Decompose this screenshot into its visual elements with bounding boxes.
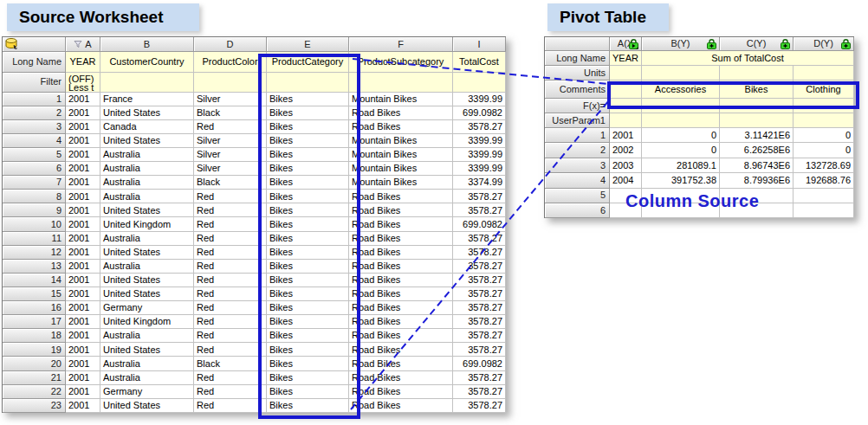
source-cell[interactable]: Australia [100, 371, 194, 385]
source-longname-cell[interactable]: TotalCost [453, 52, 506, 73]
source-cell[interactable]: Bikes [267, 203, 349, 217]
source-cell[interactable]: Bikes [267, 246, 349, 260]
source-cell[interactable]: 2001 [66, 93, 100, 106]
source-row-header-21[interactable]: 21 [3, 371, 66, 385]
pivot-cell[interactable]: 0 [794, 128, 854, 143]
source-row-header-11[interactable]: 11 [3, 232, 66, 246]
source-cell[interactable]: Red [194, 260, 267, 274]
source-cell[interactable]: 3578.27 [453, 315, 506, 329]
source-cell[interactable]: Red [194, 203, 267, 217]
source-cell[interactable]: 2001 [66, 162, 100, 176]
source-cell[interactable]: Australia [100, 260, 194, 274]
source-cell[interactable]: Bikes [267, 343, 349, 357]
source-cell[interactable]: United States [100, 134, 194, 148]
source-row-header-7[interactable]: 7 [3, 176, 66, 190]
source-filter-cell[interactable] [194, 73, 267, 93]
pivot-cell[interactable]: 2002 [610, 143, 642, 158]
source-cell[interactable]: Australia [100, 232, 194, 246]
source-cell[interactable]: Road Bikes [349, 357, 453, 370]
source-cell[interactable]: 2001 [66, 176, 100, 190]
source-cell[interactable]: Red [194, 232, 267, 246]
source-cell[interactable]: Road Bikes [349, 217, 453, 231]
source-cell[interactable]: 3578.27 [453, 203, 506, 217]
source-cell[interactable]: Bikes [267, 232, 349, 246]
source-cell[interactable]: Bikes [267, 315, 349, 329]
source-cell[interactable]: Silver [194, 93, 267, 106]
source-cell[interactable]: Mountain Bikes [349, 148, 453, 162]
pivot-fx-cell[interactable] [642, 99, 720, 113]
source-cell[interactable]: Red [194, 371, 267, 385]
source-cell[interactable]: United Kingdom [100, 315, 194, 329]
source-longname-cell[interactable]: CustomerCountry [100, 52, 194, 73]
source-cell[interactable]: Bikes [267, 148, 349, 162]
source-cell[interactable]: Red [194, 343, 267, 357]
source-cell[interactable]: Bikes [267, 301, 349, 315]
source-cell[interactable]: Red [194, 301, 267, 315]
source-cell[interactable]: Bikes [267, 399, 349, 413]
source-cell[interactable]: Red [194, 274, 267, 287]
source-cell[interactable]: 2001 [66, 148, 100, 162]
pivot-cell[interactable]: 2003 [610, 158, 642, 173]
source-row-header-3[interactable]: 3 [3, 120, 66, 134]
source-cell[interactable]: Bikes [267, 371, 349, 385]
source-cell[interactable]: Silver [194, 134, 267, 148]
pivot-comments-cell[interactable]: Accessories [642, 80, 720, 99]
source-cell[interactable]: 2001 [66, 106, 100, 120]
pivot-cell[interactable]: 132728.69 [794, 158, 854, 173]
source-cell[interactable]: Road Bikes [349, 301, 453, 315]
pivot-fx-cell[interactable] [720, 99, 794, 113]
pivot-row-header-6[interactable]: 6 [545, 203, 610, 218]
source-row-header-10[interactable]: 10 [3, 217, 66, 231]
source-cell[interactable]: 3374.99 [453, 176, 506, 190]
source-cell[interactable]: Mountain Bikes [349, 93, 453, 106]
source-cell[interactable]: Bikes [267, 329, 349, 343]
source-cell[interactable]: Bikes [267, 260, 349, 274]
source-cell[interactable]: Silver [194, 148, 267, 162]
source-cell[interactable]: 3578.27 [453, 246, 506, 260]
source-cell[interactable]: 3578.27 [453, 399, 506, 413]
source-cell[interactable]: 3578.27 [453, 120, 506, 134]
source-cell[interactable]: 2001 [66, 371, 100, 385]
source-cell[interactable]: Bikes [267, 217, 349, 231]
source-cell[interactable]: Road Bikes [349, 274, 453, 287]
source-cell[interactable]: United States [100, 399, 194, 413]
source-cell[interactable]: United States [100, 106, 194, 120]
source-cell[interactable]: Bikes [267, 190, 349, 203]
pivot-fx-cell[interactable] [794, 99, 854, 113]
pivot-cell[interactable]: 0 [642, 128, 720, 143]
source-cell[interactable]: Red [194, 329, 267, 343]
pivot-units-cell[interactable] [794, 66, 854, 80]
pivot-longname-a[interactable]: YEAR [610, 51, 642, 66]
source-cell[interactable]: 699.0982 [453, 357, 506, 370]
filter-icon[interactable] [74, 40, 82, 48]
source-row-header-22[interactable]: 22 [3, 385, 66, 399]
source-cell[interactable]: Canada [100, 120, 194, 134]
pivot-row-header-3[interactable]: 3 [545, 158, 610, 173]
source-cell[interactable]: Black [194, 106, 267, 120]
pivot-userparam-cell[interactable] [720, 113, 794, 128]
source-filter-cell[interactable] [267, 73, 349, 93]
pivot-longname-merged[interactable]: Sum of TotalCost [642, 51, 854, 66]
source-cell[interactable]: 3399.99 [453, 148, 506, 162]
pivot-cell[interactable]: 2004 [610, 173, 642, 188]
source-worksheet[interactable]: ABDEFILong NameYEARCustomerCountryProduc… [2, 36, 506, 413]
source-col-header-F[interactable]: F [349, 37, 453, 52]
source-cell[interactable]: Silver [194, 162, 267, 176]
source-col-header-D[interactable]: D [194, 37, 267, 52]
pivot-cell[interactable]: 281089.1 [642, 158, 720, 173]
source-cell[interactable]: Mountain Bikes [349, 162, 453, 176]
source-cell[interactable]: 2001 [66, 329, 100, 343]
pivot-col-header-2[interactable]: C(Y) [720, 37, 794, 51]
pivot-units-cell[interactable] [610, 66, 642, 80]
source-cell[interactable]: Bikes [267, 176, 349, 190]
source-cell[interactable]: 2001 [66, 120, 100, 134]
source-cell[interactable]: Australia [100, 148, 194, 162]
pivot-cell[interactable]: 3.11421E6 [720, 128, 794, 143]
source-cell[interactable]: Road Bikes [349, 329, 453, 343]
source-cell[interactable]: Road Bikes [349, 371, 453, 385]
source-cell[interactable]: Bikes [267, 134, 349, 148]
source-cell[interactable]: 2001 [66, 399, 100, 413]
source-cell[interactable]: 3578.27 [453, 385, 506, 399]
source-cell[interactable]: Australia [100, 162, 194, 176]
source-row-header-filter[interactable]: Filter [3, 73, 66, 93]
